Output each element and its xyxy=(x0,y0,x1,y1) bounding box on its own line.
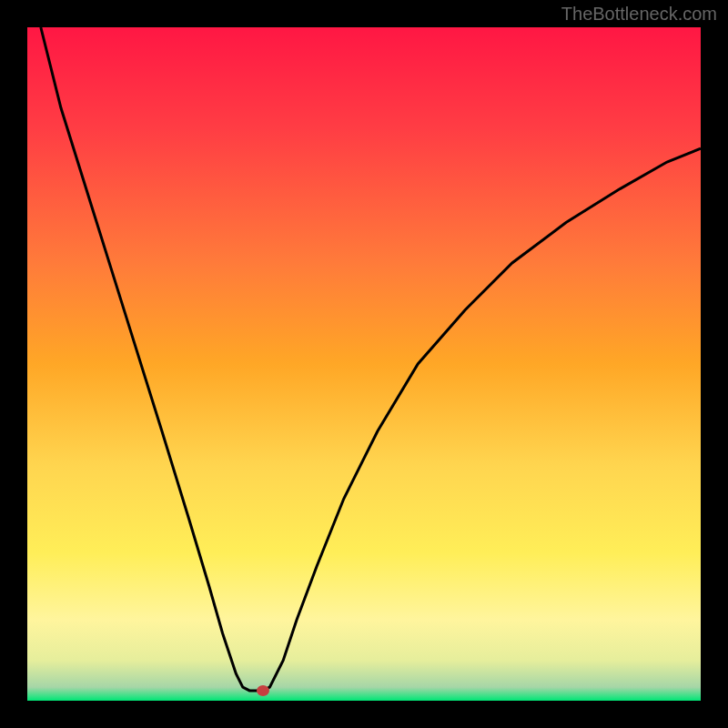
gradient-background xyxy=(27,27,701,701)
watermark-text: TheBottleneck.com xyxy=(561,4,717,25)
optimal-point-marker xyxy=(257,685,269,696)
chart-plot-area xyxy=(27,27,701,701)
chart-svg xyxy=(27,27,701,701)
